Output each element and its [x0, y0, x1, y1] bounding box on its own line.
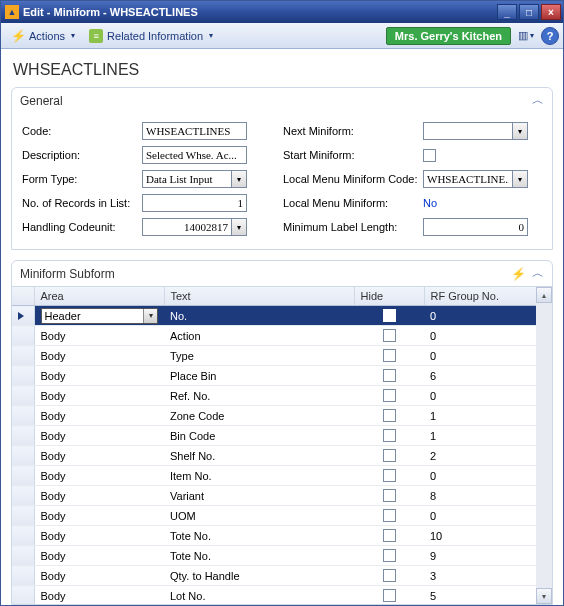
cell-hide[interactable] — [354, 366, 424, 386]
cell-area[interactable]: Body — [34, 446, 164, 466]
view-switcher[interactable]: ▥▾ — [515, 27, 537, 45]
cell-area[interactable]: Header▾ — [34, 306, 164, 326]
scroll-down-icon[interactable]: ▾ — [536, 588, 552, 604]
cell-hide[interactable] — [354, 426, 424, 446]
subform-header[interactable]: Miniform Subform ⚡ ︿ — [12, 261, 552, 286]
table-row[interactable]: BodyAction0 — [12, 326, 552, 346]
cell-text[interactable]: Zone Code — [164, 406, 354, 426]
hide-checkbox[interactable] — [383, 549, 396, 562]
hide-checkbox[interactable] — [383, 429, 396, 442]
table-row[interactable]: BodyUOM0 — [12, 506, 552, 526]
help-button[interactable]: ? — [541, 27, 559, 45]
cell-rf[interactable]: 1 — [424, 426, 552, 446]
cell-text[interactable]: Place Bin — [164, 366, 354, 386]
cell-rf[interactable]: 0 — [424, 326, 552, 346]
code-field[interactable] — [142, 122, 247, 140]
cell-text[interactable]: Tote No. — [164, 526, 354, 546]
row-selector[interactable] — [12, 506, 34, 526]
table-row[interactable]: BodyZone Code1 — [12, 406, 552, 426]
chevron-down-icon[interactable]: ▾ — [231, 218, 247, 236]
cell-area[interactable]: Body — [34, 506, 164, 526]
hide-checkbox[interactable] — [383, 449, 396, 462]
hide-checkbox[interactable] — [383, 469, 396, 482]
description-field[interactable] — [142, 146, 247, 164]
cell-rf[interactable]: 0 — [424, 506, 552, 526]
cell-text[interactable]: No. — [164, 306, 354, 326]
cell-area[interactable]: Body — [34, 426, 164, 446]
chevron-down-icon[interactable]: ▾ — [143, 309, 157, 323]
restore-button[interactable]: □ — [519, 4, 539, 20]
form-type-combo[interactable]: ▾ — [142, 170, 247, 188]
actions-menu[interactable]: ⚡ Actions ▾ — [5, 27, 81, 45]
cell-text[interactable]: Tote No. — [164, 546, 354, 566]
cell-rf[interactable]: 0 — [424, 466, 552, 486]
table-row[interactable]: BodyType0 — [12, 346, 552, 366]
row-selector[interactable] — [12, 366, 34, 386]
table-row[interactable]: BodyRef. No.0 — [12, 386, 552, 406]
close-button[interactable]: × — [541, 4, 561, 20]
hide-checkbox[interactable] — [383, 589, 396, 602]
cell-text[interactable]: Action — [164, 326, 354, 346]
row-selector[interactable] — [12, 566, 34, 586]
subform-grid[interactable]: Area Text Hide RF Group No. Header▾No.0B… — [12, 287, 552, 604]
cell-hide[interactable] — [354, 586, 424, 605]
cell-area[interactable]: Body — [34, 366, 164, 386]
cell-area[interactable]: Body — [34, 526, 164, 546]
cell-area[interactable]: Body — [34, 486, 164, 506]
cell-text[interactable]: Type — [164, 346, 354, 366]
cell-hide[interactable] — [354, 326, 424, 346]
cell-area[interactable]: Body — [34, 406, 164, 426]
next-miniform-combo[interactable]: ▾ — [423, 122, 528, 140]
hide-checkbox[interactable] — [383, 349, 396, 362]
chevron-down-icon[interactable]: ▾ — [512, 170, 528, 188]
cell-area[interactable]: Body — [34, 586, 164, 605]
cell-area[interactable]: Body — [34, 386, 164, 406]
scroll-up-icon[interactable]: ▴ — [536, 287, 552, 303]
row-selector[interactable] — [12, 486, 34, 506]
table-row[interactable]: BodyLot No.5 — [12, 586, 552, 605]
cell-area[interactable]: Body — [34, 546, 164, 566]
cell-area[interactable]: Body — [34, 466, 164, 486]
cell-text[interactable]: Lot No. — [164, 586, 354, 605]
cell-rf[interactable]: 2 — [424, 446, 552, 466]
cell-text[interactable]: UOM — [164, 506, 354, 526]
table-row[interactable]: BodyPlace Bin6 — [12, 366, 552, 386]
row-selector[interactable] — [12, 426, 34, 446]
cell-text[interactable]: Bin Code — [164, 426, 354, 446]
next-miniform-field[interactable] — [423, 122, 512, 140]
table-row[interactable]: BodyTote No.10 — [12, 526, 552, 546]
related-info-menu[interactable]: ≡ Related Information ▾ — [83, 27, 219, 45]
row-selector[interactable] — [12, 586, 34, 605]
hide-checkbox[interactable] — [383, 409, 396, 422]
cell-rf[interactable]: 0 — [424, 306, 552, 326]
cell-rf[interactable]: 0 — [424, 346, 552, 366]
col-area[interactable]: Area — [34, 287, 164, 306]
cell-hide[interactable] — [354, 406, 424, 426]
cell-hide[interactable] — [354, 386, 424, 406]
col-text[interactable]: Text — [164, 287, 354, 306]
cell-text[interactable]: Qty. to Handle — [164, 566, 354, 586]
cell-area[interactable]: Body — [34, 566, 164, 586]
min-label-field[interactable] — [423, 218, 528, 236]
cell-area[interactable]: Body — [34, 326, 164, 346]
cell-text[interactable]: Shelf No. — [164, 446, 354, 466]
row-selector[interactable] — [12, 466, 34, 486]
vertical-scrollbar[interactable]: ▴ ▾ — [536, 287, 552, 604]
cell-rf[interactable]: 10 — [424, 526, 552, 546]
minimize-button[interactable]: _ — [497, 4, 517, 20]
hide-checkbox[interactable] — [383, 329, 396, 342]
cell-hide[interactable] — [354, 546, 424, 566]
cell-rf[interactable]: 5 — [424, 586, 552, 605]
cell-text[interactable]: Variant — [164, 486, 354, 506]
hide-checkbox[interactable] — [383, 569, 396, 582]
cell-rf[interactable]: 9 — [424, 546, 552, 566]
cell-rf[interactable]: 0 — [424, 386, 552, 406]
hide-checkbox[interactable] — [383, 529, 396, 542]
row-selector[interactable] — [12, 346, 34, 366]
hide-checkbox[interactable] — [383, 509, 396, 522]
table-row[interactable]: BodyBin Code1 — [12, 426, 552, 446]
chevron-down-icon[interactable]: ▾ — [512, 122, 528, 140]
cell-rf[interactable]: 3 — [424, 566, 552, 586]
cell-hide[interactable] — [354, 506, 424, 526]
table-row[interactable]: BodyItem No.0 — [12, 466, 552, 486]
